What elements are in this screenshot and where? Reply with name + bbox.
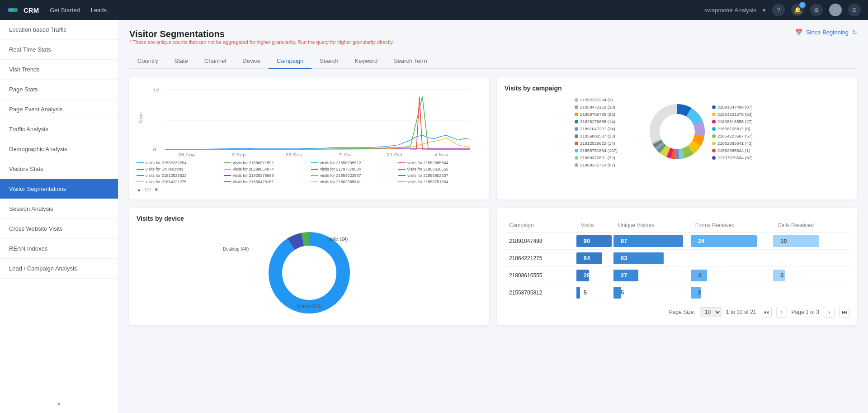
sidebar-item-location-traffic[interactable]: Location based Traffic bbox=[0, 20, 118, 40]
tab-state[interactable]: State bbox=[166, 54, 196, 69]
forms-val-0: 24 bbox=[695, 237, 704, 244]
campaign-rlabel-2: 21808616555 (27) bbox=[712, 119, 780, 124]
campaign-label-4: 21891047201 (24) bbox=[575, 126, 642, 131]
campaign-rlabel-4: 21854223587 (57) bbox=[712, 133, 780, 138]
campaign-table: Campaign Visits Unique Visitors Forms Re… bbox=[505, 218, 850, 301]
top-navigation: CRM Get Started Leads swapmotor Analysis… bbox=[0, 0, 868, 20]
svg-point-1 bbox=[12, 8, 18, 12]
grid-icon[interactable]: ⊞ bbox=[848, 4, 861, 16]
settings-icon[interactable]: ⚙ bbox=[810, 4, 823, 16]
calls-val-2: 3 bbox=[778, 272, 783, 279]
notifications-icon[interactable]: 🔔 0 bbox=[791, 4, 804, 16]
sidebar-item-lead-campaign-analysis[interactable]: Lead / Campaign Analysis bbox=[0, 259, 118, 279]
tab-device[interactable]: Device bbox=[234, 54, 269, 69]
nav-left: CRM Get Started Leads bbox=[7, 5, 107, 14]
help-icon[interactable]: ? bbox=[772, 4, 785, 16]
campaign-label-7: 21855751854 (107) bbox=[575, 148, 642, 153]
sidebar-item-visitor-segmentations[interactable]: Visitor Segmentations bbox=[0, 179, 118, 199]
nav-get-started[interactable]: Get Started bbox=[50, 7, 80, 14]
legend-item-8: visits for 21812526622 bbox=[137, 173, 220, 178]
nav-leads[interactable]: Leads bbox=[91, 7, 107, 14]
campaign-rlabel-3: 21558705812 (5) bbox=[712, 126, 780, 131]
campaign-name-1: 21864221275 bbox=[505, 250, 576, 267]
col-visits: Visits bbox=[576, 218, 613, 233]
legend-color-11 bbox=[398, 175, 406, 176]
page-label: Page 1 of 3 bbox=[792, 309, 819, 315]
app-layout: Location based Traffic Real-Time Stats V… bbox=[0, 20, 868, 413]
legend-color-13 bbox=[224, 181, 231, 182]
campaign-label-2: 21858766785 (56) bbox=[575, 112, 642, 117]
first-page-btn[interactable]: ⏮ bbox=[761, 307, 772, 318]
uv-bar-0: 87 bbox=[613, 233, 691, 250]
page-title: Visitor Segmentations bbox=[129, 29, 394, 39]
legend-item-5: visits for 20299054974 bbox=[224, 167, 307, 171]
campaign-rlabel-6: 21582685844 (1) bbox=[712, 148, 780, 153]
sidebar-item-session-analysis[interactable]: Session Analysis bbox=[0, 199, 118, 219]
visits-val-2: 29 bbox=[581, 272, 590, 279]
campaign-chart-card: Visits by campaign 21552237294 (9) 21858… bbox=[497, 77, 857, 199]
chart-page-next-icon[interactable]: ▼ bbox=[154, 187, 159, 192]
campaign-name-2: 21808616555 bbox=[505, 267, 576, 284]
chart-pagination: ▲ 1/2 ▼ bbox=[137, 187, 482, 192]
last-page-btn[interactable]: ⏭ bbox=[839, 307, 850, 318]
uv-bar-1: 63 bbox=[613, 250, 691, 267]
tab-country[interactable]: Country bbox=[129, 54, 166, 69]
campaign-label-0: 21552237294 (9) bbox=[575, 97, 642, 102]
avatar[interactable] bbox=[829, 4, 842, 16]
campaign-label-9: 21869372763 (87) bbox=[575, 162, 642, 167]
forms-val-3: 2 bbox=[695, 289, 701, 296]
next-page-btn[interactable]: › bbox=[824, 307, 835, 318]
legend-item-1: visits for 21586371592 bbox=[224, 161, 307, 165]
sidebar-item-demographic-analysis[interactable]: Demographic Analysis bbox=[0, 139, 118, 159]
sidebar-item-rean-indexes[interactable]: REAN Indexes bbox=[0, 239, 118, 259]
legend-color-6 bbox=[311, 169, 318, 170]
date-range-button[interactable]: 📅 Since Beginning ↻ bbox=[795, 29, 857, 36]
legend-item-10: visits for 21854223587 bbox=[311, 173, 395, 178]
campaign-chart-title: Visits by campaign bbox=[505, 85, 850, 92]
tab-search[interactable]: Search bbox=[311, 54, 346, 69]
page-size-select[interactable]: 10 25 50 bbox=[700, 307, 722, 317]
sidebar-item-visit-trends[interactable]: Visit Trends bbox=[0, 60, 118, 80]
svg-text:21 Oct: 21 Oct bbox=[387, 152, 402, 157]
tab-keyword[interactable]: Keyword bbox=[347, 54, 386, 69]
uv-bar-2: 27 bbox=[613, 267, 691, 284]
legend-item-12: visits for 21864221275 bbox=[137, 180, 220, 184]
sidebar-item-cross-website-visits[interactable]: Cross Website Visits bbox=[0, 219, 118, 239]
sidebar-collapse-btn[interactable]: ▾ bbox=[0, 395, 118, 413]
svg-text:23 Sep: 23 Sep bbox=[285, 152, 302, 157]
sidebar-item-realtime-stats[interactable]: Real-Time Stats bbox=[0, 40, 118, 60]
legend-color-2 bbox=[311, 162, 318, 163]
visits-bar-1: 64 bbox=[576, 250, 613, 267]
sidebar-item-traffic-analysis[interactable]: Traffic Analysis bbox=[0, 119, 118, 139]
refresh-icon[interactable]: ↻ bbox=[852, 29, 857, 36]
nav-right: swapmotor Analysis ▾ ? 🔔 0 ⚙ ⊞ bbox=[704, 4, 861, 16]
campaign-donut-svg bbox=[648, 102, 707, 161]
prev-page-btn[interactable]: ‹ bbox=[776, 307, 787, 318]
uv-val-2: 27 bbox=[618, 272, 627, 279]
sidebar-item-page-stats[interactable]: Page Stats bbox=[0, 80, 118, 100]
visits-bar-2: 29 bbox=[576, 267, 613, 284]
dropdown-icon[interactable]: ▾ bbox=[763, 7, 766, 14]
campaign-donut-svg-container bbox=[648, 102, 707, 162]
chart-page-prev-icon[interactable]: ▲ bbox=[137, 187, 142, 192]
campaign-rlabel-0: 21891047498 (87) bbox=[712, 104, 780, 109]
uv-val-0: 87 bbox=[618, 237, 627, 244]
svg-text:0: 0 bbox=[153, 147, 156, 152]
calls-val-0: 10 bbox=[778, 237, 787, 244]
page-size-label: Page Size: bbox=[669, 309, 695, 315]
legend-color-12 bbox=[137, 181, 144, 182]
table-row: 21864221275 64 63 bbox=[505, 250, 850, 267]
legend-color-1 bbox=[224, 162, 231, 163]
sidebar-item-visitors-stats[interactable]: Visitors Stats bbox=[0, 159, 118, 179]
campaign-label-6: 21812526622 (14) bbox=[575, 141, 642, 146]
legend-item-15: visits for 21855751854 bbox=[398, 180, 482, 184]
main-content: Visitor Segmentations * These are unique… bbox=[118, 20, 868, 413]
tab-campaign[interactable]: Campaign bbox=[269, 54, 311, 69]
visits-val-3: 5 bbox=[581, 289, 587, 296]
col-calls-received: Calls Received bbox=[773, 218, 850, 233]
tab-search-term[interactable]: Search Term bbox=[386, 54, 435, 69]
sidebar-item-page-event-analysis[interactable]: Page Event Analysis bbox=[0, 100, 118, 119]
legend-item-0: visits for 21552237294 bbox=[137, 161, 220, 165]
brand[interactable]: CRM bbox=[7, 5, 39, 14]
tab-channel[interactable]: Channel bbox=[196, 54, 234, 69]
